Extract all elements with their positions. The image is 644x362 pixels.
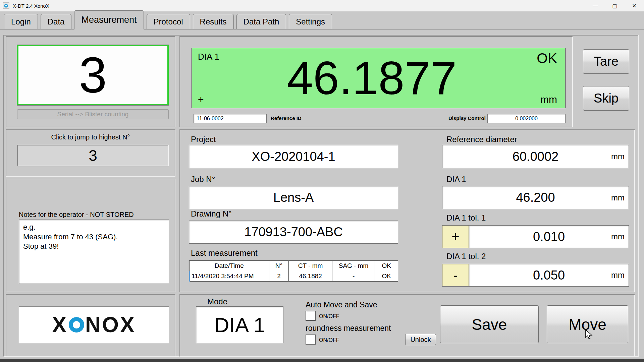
cell-datetime: 11/4/2020 3:54:44 PM xyxy=(190,271,269,282)
reference-diameter-unit: mm xyxy=(611,152,625,161)
tab-measurement[interactable]: Measurement xyxy=(74,10,144,29)
tab-data-path[interactable]: Data Path xyxy=(236,14,286,29)
job-number-input[interactable]: Lens-A xyxy=(189,186,398,209)
sign-indicator: + xyxy=(198,94,204,105)
roundness-label: roundness measurement xyxy=(306,324,391,333)
dia1-tol1-unit: mm xyxy=(611,232,625,241)
window-bottom-edge xyxy=(0,359,644,362)
dia1-tol1-value: 0.010 xyxy=(533,230,565,244)
dia1-tol2-value: 0.050 xyxy=(533,268,565,283)
mode-label: Mode xyxy=(207,297,227,306)
save-button[interactable]: Save xyxy=(440,305,539,343)
display-control-label: Display Control xyxy=(448,115,486,121)
drawing-number-value: 170913-700-ABC xyxy=(244,225,343,239)
last-measurement-label: Last measurement xyxy=(191,248,258,258)
xonox-logo: X NOX xyxy=(52,312,136,337)
project-input[interactable]: XO-2020104-1 xyxy=(189,145,398,168)
tab-results[interactable]: Results xyxy=(193,14,234,29)
close-button[interactable]: ✕ xyxy=(625,0,644,11)
reference-diameter-input[interactable]: 60.0002 mm xyxy=(442,145,629,168)
display-control-input[interactable]: 0.002000 xyxy=(487,114,566,123)
cell-ok: OK xyxy=(375,271,398,282)
measurement-display-panel: DIA 1 OK 46.1877 + mm 11-06-0002 Referen… xyxy=(179,36,573,127)
window-title: X-DT 2.4 XonoX xyxy=(13,3,49,9)
minimize-button[interactable]: — xyxy=(586,0,605,11)
window-controls: — ▢ ✕ xyxy=(586,0,644,11)
serial-blister-counting-button[interactable]: Serial --> Blister counting xyxy=(17,109,169,119)
logo-box: X NOX xyxy=(19,306,169,343)
logo-panel: X NOX xyxy=(6,294,175,357)
logo-part1: X xyxy=(52,312,68,337)
last-measurement-table: Date/Time N° CT - mm SAG - mm OK 11/4/20… xyxy=(189,260,398,282)
project-value: XO-2020104-1 xyxy=(252,149,335,164)
job-number-value: Lens-A xyxy=(273,190,314,205)
dia1-tol2-label: DIA 1 tol. 2 xyxy=(446,252,486,261)
dia1-label: DIA 1 xyxy=(446,175,466,184)
drawing-number-input[interactable]: 170913-700-ABC xyxy=(189,221,398,244)
col-n: N° xyxy=(269,261,289,271)
cell-ct: 46.1882 xyxy=(289,271,332,282)
reference-diameter-label: Reference diameter xyxy=(446,135,517,144)
measurement-value: 46.1877 xyxy=(192,48,552,108)
col-datetime: Date/Time xyxy=(190,261,269,271)
reference-id-label: Reference ID xyxy=(271,115,302,121)
table-header-row: Date/Time N° CT - mm SAG - mm OK xyxy=(190,261,398,271)
dia1-tol1-input[interactable]: 0.010 mm xyxy=(469,225,629,248)
dia1-tol1-sign[interactable]: + xyxy=(442,225,469,248)
project-label: Project xyxy=(191,135,216,144)
job-number-label: Job N° xyxy=(191,175,215,184)
titlebar: X-DT 2.4 XonoX — ▢ ✕ xyxy=(0,0,644,12)
notes-panel: Notes for the operator - NOT STORED e.g.… xyxy=(6,179,175,292)
dia1-tol2-input[interactable]: 0.050 mm xyxy=(469,264,629,287)
jump-label: Click to jump to highest N° xyxy=(6,133,175,141)
table-row: 11/4/2020 3:54:44 PM 2 46.1882 - OK xyxy=(190,271,398,282)
dia1-tol2-sign[interactable]: - xyxy=(442,264,469,287)
maximize-button[interactable]: ▢ xyxy=(605,0,625,11)
notes-label: Notes for the operator - NOT STORED xyxy=(19,211,134,219)
col-ct: CT - mm xyxy=(289,261,332,271)
tab-data[interactable]: Data xyxy=(41,14,72,29)
tab-login[interactable]: Login xyxy=(4,14,38,29)
measurement-display: DIA 1 OK 46.1877 + mm xyxy=(192,48,566,108)
dia1-input[interactable]: 46.200 mm xyxy=(442,186,629,209)
cell-sag: - xyxy=(332,271,375,282)
unlock-button[interactable]: Unlock xyxy=(405,334,436,345)
tab-protocol[interactable]: Protocol xyxy=(147,14,190,29)
jump-to-highest-button[interactable]: 3 xyxy=(17,145,169,166)
logo-o-icon xyxy=(69,317,84,333)
tare-button[interactable]: Tare xyxy=(583,49,629,74)
dia1-tol1-label: DIA 1 tol. 1 xyxy=(446,213,486,223)
tab-settings[interactable]: Settings xyxy=(289,14,332,29)
tab-bar: Login Data Measurement Protocol Results … xyxy=(0,11,644,29)
jump-panel: Click to jump to highest N° 3 xyxy=(6,129,175,177)
app-icon xyxy=(3,2,9,9)
dia1-tol2-unit: mm xyxy=(611,270,625,280)
blister-counter-value: 3 xyxy=(79,50,107,100)
mouse-cursor xyxy=(584,329,594,339)
app-window: X-DT 2.4 XonoX — ▢ ✕ Login Data Measurem… xyxy=(0,0,644,362)
mode-display[interactable]: DIA 1 xyxy=(196,306,283,343)
drawing-number-label: Drawing N° xyxy=(191,209,232,219)
roundness-onoff: ON/OFF xyxy=(319,337,339,343)
dia1-unit: mm xyxy=(611,193,625,202)
reference-id-input[interactable]: 11-06-0002 xyxy=(194,114,267,123)
auto-move-save-checkbox[interactable] xyxy=(306,311,316,321)
cell-n: 2 xyxy=(269,271,289,282)
auto-move-save-onoff: ON/OFF xyxy=(319,313,339,319)
auto-move-save-label: Auto Move and Save xyxy=(306,300,377,309)
col-ok: OK xyxy=(375,261,398,271)
notes-textarea[interactable]: e.g. Measure from 7 to 43 (SAG). Stop at… xyxy=(19,220,169,284)
roundness-checkbox[interactable] xyxy=(306,335,316,345)
job-reference-panel: Project XO-2020104-1 Job N° Lens-A Drawi… xyxy=(179,129,635,292)
dia1-value: 46.200 xyxy=(516,190,555,205)
logo-part2: NOX xyxy=(85,312,136,337)
counter-panel: 3 Serial --> Blister counting xyxy=(6,36,175,127)
col-sag: SAG - mm xyxy=(332,261,375,271)
reference-diameter-value: 60.0002 xyxy=(513,149,558,164)
blister-counter-display: 3 xyxy=(17,45,169,105)
skip-button[interactable]: Skip xyxy=(583,86,629,111)
bottom-control-panel: Mode DIA 1 Auto Move and Save ON/OFF rou… xyxy=(179,294,635,357)
unit-label: mm xyxy=(540,94,557,105)
